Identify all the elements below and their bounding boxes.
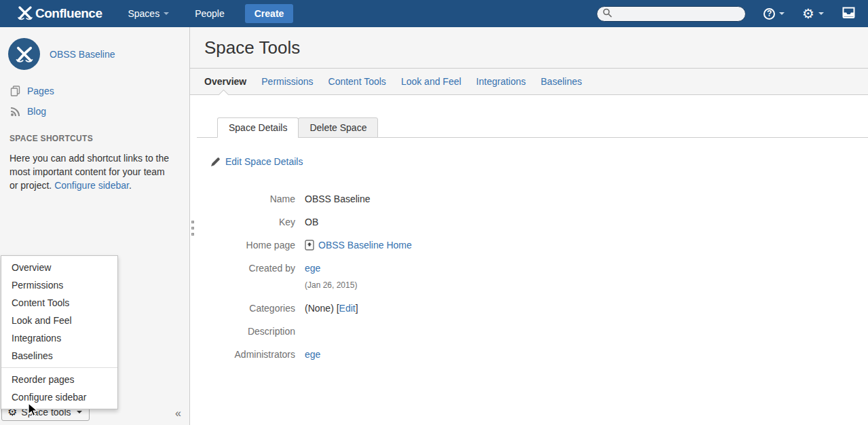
notifications-button[interactable] — [842, 7, 856, 20]
menu-item-reorder-pages[interactable]: Reorder pages — [1, 371, 117, 388]
settings-menu[interactable]: ⚙ — [802, 7, 824, 20]
detail-label: Categories — [197, 301, 295, 315]
notifications-tray-icon — [842, 7, 856, 20]
chevron-down-icon — [164, 12, 169, 15]
detail-row-key: Key OB — [197, 210, 868, 234]
menu-item-baselines[interactable]: Baselines — [1, 347, 117, 365]
create-button[interactable]: Create — [245, 4, 294, 23]
gear-icon: ⚙ — [802, 7, 814, 20]
overview-subtabs: Space Details Delete Space — [197, 117, 868, 138]
created-by-user-link[interactable]: ege — [305, 263, 320, 274]
page-icon — [305, 240, 314, 251]
help-menu[interactable]: ? — [763, 8, 785, 20]
menu-item-content-tools[interactable]: Content Tools — [1, 294, 117, 312]
configure-sidebar-link[interactable]: Configure sidebar — [54, 180, 129, 191]
page-header: Space Tools — [190, 27, 868, 69]
detail-row-name: Name OBSS Baseline — [197, 187, 868, 210]
space-shortcuts-heading: SPACE SHORTCUTS — [0, 122, 189, 146]
detail-row-homepage: Home page OBSS Baseline Home — [197, 234, 868, 257]
search-box[interactable] — [597, 6, 746, 22]
menu-item-integrations[interactable]: Integrations — [1, 329, 117, 347]
subtab-space-details[interactable]: Space Details — [217, 117, 299, 138]
blog-rss-icon — [10, 106, 20, 117]
chevron-down-icon — [77, 411, 82, 413]
space-header: OBSS Baseline — [0, 27, 189, 81]
space-sidebar: OBSS Baseline Pages Blog SPACE SHORTCUTS… — [0, 27, 190, 425]
space-name-link[interactable]: OBSS Baseline — [50, 49, 115, 60]
bracket-close: ] — [356, 303, 358, 314]
space-tools-dropdown-menu: Overview Permissions Content Tools Look … — [1, 255, 118, 409]
top-navbar: Confluence Spaces People Create ? ⚙ — [0, 0, 868, 27]
logo-text: Confluence — [35, 6, 102, 21]
detail-value: OB — [305, 215, 318, 229]
collapse-sidebar-button[interactable]: « — [175, 407, 181, 420]
sidebar-item-label: Blog — [27, 106, 46, 117]
tab-permissions[interactable]: Permissions — [261, 76, 313, 87]
pages-icon — [10, 86, 20, 96]
page-title: Space Tools — [204, 37, 868, 58]
created-date: (Jan 26, 2015) — [305, 278, 357, 292]
detail-label: Description — [197, 325, 295, 338]
bracket-open: [ — [334, 303, 339, 314]
sidebar-item-pages[interactable]: Pages — [0, 81, 189, 101]
space-tools-tabs: Overview Permissions Content Tools Look … — [190, 69, 868, 95]
tab-integrations[interactable]: Integrations — [476, 76, 526, 87]
tab-baselines[interactable]: Baselines — [541, 76, 582, 87]
detail-row-categories: Categories (None) [Edit] — [197, 297, 868, 320]
categories-edit-link[interactable]: Edit — [339, 303, 356, 314]
detail-label: Administrators — [197, 348, 295, 361]
confluence-logo[interactable]: Confluence — [16, 5, 102, 23]
space-avatar[interactable] — [8, 38, 40, 70]
categories-value: (None) — [305, 303, 334, 314]
shortcuts-period: . — [129, 180, 132, 191]
space-details-table: Name OBSS Baseline Key OB Home page OBSS… — [197, 187, 868, 366]
detail-row-created-by: Created by ege (Jan 26, 2015) — [197, 257, 868, 297]
detail-row-administrators: Administrators ege — [197, 343, 868, 366]
pencil-icon — [210, 157, 221, 167]
chevron-down-icon — [779, 12, 785, 15]
main-content: Space Tools Overview Permissions Content… — [190, 27, 868, 425]
tab-look-and-feel[interactable]: Look and Feel — [401, 76, 461, 87]
menu-item-overview[interactable]: Overview — [1, 259, 117, 276]
edit-space-details-label: Edit Space Details — [225, 156, 303, 167]
menu-item-permissions[interactable]: Permissions — [1, 276, 117, 294]
detail-label: Home page — [197, 238, 295, 252]
menu-item-look-and-feel[interactable]: Look and Feel — [1, 312, 117, 329]
chevron-down-icon — [818, 12, 824, 15]
overview-content: Space Details Delete Space Edit Space De… — [190, 95, 868, 366]
sidebar-item-label: Pages — [27, 86, 54, 96]
administrator-user-link[interactable]: ege — [305, 349, 320, 360]
detail-row-description: Description — [197, 320, 868, 343]
navbar-right: ? ⚙ — [597, 6, 856, 22]
detail-label: Created by — [197, 261, 295, 292]
people-label: People — [195, 8, 225, 19]
help-icon: ? — [763, 8, 775, 20]
detail-value: OBSS Baseline — [305, 192, 371, 206]
menu-item-configure-sidebar[interactable]: Configure sidebar — [1, 388, 117, 406]
tab-content-tools[interactable]: Content Tools — [328, 76, 386, 87]
subtab-delete-space[interactable]: Delete Space — [298, 117, 378, 138]
search-input[interactable] — [616, 9, 738, 18]
confluence-x-icon — [16, 5, 35, 23]
spaces-label: Spaces — [128, 8, 159, 19]
sidebar-resize-handle[interactable] — [191, 221, 194, 239]
space-shortcuts-text: Here you can add shortcut links to the m… — [0, 146, 185, 198]
tab-overview[interactable]: Overview — [204, 76, 246, 87]
detail-label: Key — [197, 215, 295, 229]
people-link[interactable]: People — [195, 8, 225, 19]
homepage-link[interactable]: OBSS Baseline Home — [318, 238, 412, 252]
search-icon — [603, 8, 612, 20]
spaces-menu[interactable]: Spaces — [128, 8, 169, 19]
menu-separator — [1, 367, 117, 368]
edit-space-details-link[interactable]: Edit Space Details — [210, 156, 868, 167]
detail-label: Name — [197, 192, 295, 206]
sidebar-item-blog[interactable]: Blog — [0, 101, 189, 122]
